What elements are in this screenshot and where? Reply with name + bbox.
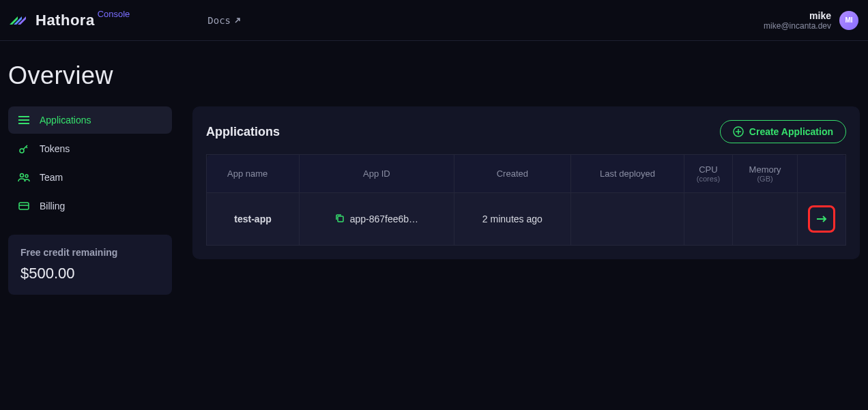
page-title: Overview [8, 61, 860, 90]
col-cpu: CPU (cores) [684, 155, 733, 193]
sidebar-item-tokens[interactable]: Tokens [8, 135, 172, 162]
cell-app-id: app-867fee6b… [300, 193, 454, 246]
col-app-id: App ID [300, 155, 454, 193]
credit-label: Free credit remaining [20, 247, 160, 258]
col-app-name: App name [207, 155, 300, 193]
panel-title: Applications [206, 125, 280, 139]
svg-rect-5 [338, 216, 343, 222]
app-header: Hathora Console Docs mike mike@incanta.d… [0, 0, 868, 41]
applications-table: App name App ID Created Last deployed CP… [206, 154, 846, 246]
cell-created: 2 minutes ago [454, 193, 570, 246]
copy-icon[interactable] [335, 214, 345, 225]
key-icon [18, 143, 30, 154]
credit-box: Free credit remaining $500.00 [8, 235, 172, 295]
svg-rect-3 [19, 203, 29, 209]
col-last-deployed: Last deployed [570, 155, 684, 193]
team-icon [18, 173, 30, 182]
logo-icon [10, 12, 30, 29]
sidebar-item-label: Team [40, 172, 63, 183]
sidebar: Applications Tokens Team Billing [8, 106, 172, 295]
cell-cpu [684, 193, 733, 246]
sidebar-item-label: Applications [40, 115, 91, 126]
credit-amount: $500.00 [20, 265, 160, 282]
cell-last-deployed [570, 193, 684, 246]
open-app-button[interactable] [808, 205, 835, 233]
cell-memory [732, 193, 798, 246]
arrow-right-icon [816, 216, 827, 222]
user-name: mike [764, 10, 831, 21]
user-info: mike mike@incanta.dev [764, 10, 831, 31]
console-label: Console [98, 9, 130, 19]
plus-circle-icon [733, 126, 744, 137]
avatar[interactable]: MI [839, 11, 858, 30]
logo[interactable]: Hathora Console [10, 12, 132, 29]
table-row: test-app app-867fee6b… 2 minutes ago [207, 193, 846, 246]
cell-app-name: test-app [207, 193, 300, 246]
create-application-button[interactable]: Create Application [720, 120, 846, 143]
col-memory: Memory (GB) [732, 155, 798, 193]
billing-icon [18, 202, 30, 210]
sidebar-item-billing[interactable]: Billing [8, 192, 172, 220]
sidebar-item-label: Tokens [40, 143, 70, 154]
col-created: Created [454, 155, 570, 193]
col-action [798, 155, 846, 193]
external-link-icon [233, 16, 242, 25]
sidebar-item-team[interactable]: Team [8, 164, 172, 191]
sidebar-item-label: Billing [40, 201, 65, 211]
cell-action [798, 193, 846, 246]
menu-icon [18, 116, 30, 124]
docs-link[interactable]: Docs [207, 15, 242, 26]
svg-point-1 [20, 174, 24, 177]
svg-point-2 [25, 175, 28, 177]
user-email: mike@incanta.dev [764, 21, 831, 31]
brand-text: Hathora [35, 12, 95, 29]
sidebar-item-applications[interactable]: Applications [8, 106, 172, 134]
applications-panel: Applications Create Application App name… [192, 106, 860, 259]
